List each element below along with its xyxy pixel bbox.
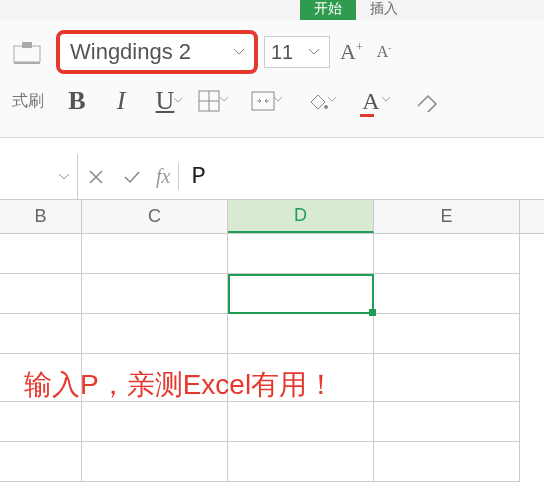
cell[interactable] <box>228 442 374 482</box>
svg-rect-1 <box>14 46 40 62</box>
font-size-value: 11 <box>271 41 309 64</box>
fill-color-button[interactable] <box>300 87 334 115</box>
close-icon <box>88 169 104 185</box>
tab-start[interactable]: 开始 <box>300 0 356 20</box>
cell[interactable] <box>0 402 82 442</box>
cell[interactable] <box>0 442 82 482</box>
decrease-font-button[interactable]: A- <box>373 43 396 61</box>
format-painter-label[interactable]: 式刷 <box>12 91 44 112</box>
cell[interactable] <box>82 402 228 442</box>
color-indicator <box>360 114 374 117</box>
borders-button[interactable] <box>192 87 226 115</box>
font-name-selector[interactable]: Wingdings 2 <box>56 30 258 74</box>
font-name-value: Wingdings 2 <box>70 39 234 65</box>
svg-rect-2 <box>22 42 32 48</box>
bold-button[interactable]: B <box>60 86 94 116</box>
cell[interactable] <box>228 234 374 274</box>
cell[interactable] <box>0 274 82 314</box>
tab-insert[interactable]: 插入 <box>356 0 412 20</box>
cell-d-active[interactable]: ✓ <box>228 274 374 314</box>
eraser-button[interactable] <box>410 87 444 115</box>
chevron-down-icon <box>220 97 234 102</box>
font-color-button[interactable]: A <box>354 87 388 115</box>
formula-input[interactable]: P <box>181 163 544 190</box>
cell[interactable] <box>82 234 228 274</box>
svg-rect-6 <box>252 92 274 110</box>
underline-button[interactable]: U <box>148 86 182 116</box>
cancel-edit-button[interactable] <box>78 154 114 199</box>
chevron-down-icon <box>382 97 396 102</box>
check-icon <box>123 170 141 184</box>
text-cursor <box>252 282 253 304</box>
cell-value: ✓ <box>236 280 253 304</box>
col-header-b[interactable]: B <box>0 200 82 233</box>
cell[interactable] <box>0 234 82 274</box>
svg-point-7 <box>324 105 328 109</box>
paste-button[interactable] <box>8 34 50 70</box>
cell[interactable] <box>82 274 228 314</box>
cell[interactable] <box>82 314 228 354</box>
col-header-e[interactable]: E <box>374 200 520 233</box>
ribbon-tabs: 开始 插入 <box>0 0 544 20</box>
cell[interactable] <box>228 402 374 442</box>
cell[interactable] <box>374 402 520 442</box>
chevron-down-icon <box>274 97 288 102</box>
cell[interactable] <box>374 234 520 274</box>
increase-font-button[interactable]: A+ <box>336 39 367 65</box>
italic-button[interactable]: I <box>104 86 138 116</box>
chevron-down-icon <box>174 98 188 103</box>
ribbon-toolbar: Wingdings 2 11 A+ A- 式刷 B I U <box>0 20 544 138</box>
font-size-selector[interactable]: 11 <box>264 36 330 68</box>
annotation-text: 输入P，亲测Excel有用！ <box>0 366 335 404</box>
col-header-c[interactable]: C <box>82 200 228 233</box>
table-row <box>0 402 544 442</box>
table-row <box>0 442 544 482</box>
col-header-d[interactable]: D <box>228 200 374 233</box>
table-row <box>0 314 544 354</box>
table-row: ✓ <box>0 274 544 314</box>
spreadsheet-grid[interactable]: B C D E ✓ 输入P，亲测Excel有用！ <box>0 200 544 402</box>
column-headers: B C D E <box>0 200 544 234</box>
chevron-down-icon <box>59 174 69 180</box>
cell[interactable] <box>374 442 520 482</box>
confirm-edit-button[interactable] <box>114 154 150 199</box>
table-row <box>0 234 544 274</box>
cell[interactable] <box>228 314 374 354</box>
cell[interactable] <box>374 354 520 402</box>
cell[interactable] <box>374 314 520 354</box>
chevron-down-icon <box>328 97 342 102</box>
cell[interactable] <box>82 442 228 482</box>
name-box[interactable] <box>0 154 78 199</box>
formula-bar: fx P <box>0 154 544 200</box>
merge-cells-button[interactable] <box>246 87 280 115</box>
cell[interactable] <box>0 314 82 354</box>
cell[interactable] <box>374 274 520 314</box>
chevron-down-icon <box>309 49 323 55</box>
fx-label[interactable]: fx <box>150 165 176 188</box>
separator <box>178 163 179 190</box>
chevron-down-icon <box>234 49 248 55</box>
